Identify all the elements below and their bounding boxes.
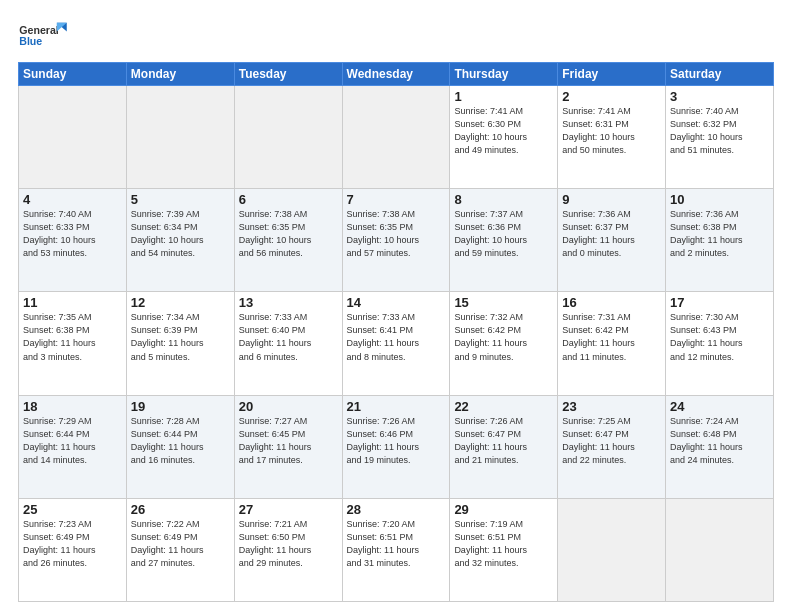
day-number: 29: [454, 502, 553, 517]
day-info: Sunrise: 7:34 AMSunset: 6:39 PMDaylight:…: [131, 311, 230, 363]
calendar-cell: 20Sunrise: 7:27 AMSunset: 6:45 PMDayligh…: [234, 395, 342, 498]
calendar-cell: [19, 86, 127, 189]
day-info: Sunrise: 7:29 AMSunset: 6:44 PMDaylight:…: [23, 415, 122, 467]
calendar-cell: 17Sunrise: 7:30 AMSunset: 6:43 PMDayligh…: [666, 292, 774, 395]
day-number: 25: [23, 502, 122, 517]
calendar-week-1: 1Sunrise: 7:41 AMSunset: 6:30 PMDaylight…: [19, 86, 774, 189]
day-number: 28: [347, 502, 446, 517]
weekday-header-sunday: Sunday: [19, 63, 127, 86]
svg-text:Blue: Blue: [19, 35, 42, 47]
day-info: Sunrise: 7:22 AMSunset: 6:49 PMDaylight:…: [131, 518, 230, 570]
calendar-cell: 28Sunrise: 7:20 AMSunset: 6:51 PMDayligh…: [342, 498, 450, 601]
day-info: Sunrise: 7:36 AMSunset: 6:38 PMDaylight:…: [670, 208, 769, 260]
day-info: Sunrise: 7:26 AMSunset: 6:46 PMDaylight:…: [347, 415, 446, 467]
calendar-cell: 12Sunrise: 7:34 AMSunset: 6:39 PMDayligh…: [126, 292, 234, 395]
day-number: 11: [23, 295, 122, 310]
day-number: 18: [23, 399, 122, 414]
day-info: Sunrise: 7:25 AMSunset: 6:47 PMDaylight:…: [562, 415, 661, 467]
day-number: 22: [454, 399, 553, 414]
calendar-cell: 25Sunrise: 7:23 AMSunset: 6:49 PMDayligh…: [19, 498, 127, 601]
page: General Blue SundayMondayTuesdayWednesda…: [0, 0, 792, 612]
day-number: 6: [239, 192, 338, 207]
calendar-cell: 15Sunrise: 7:32 AMSunset: 6:42 PMDayligh…: [450, 292, 558, 395]
weekday-header-tuesday: Tuesday: [234, 63, 342, 86]
day-info: Sunrise: 7:23 AMSunset: 6:49 PMDaylight:…: [23, 518, 122, 570]
calendar-cell: 1Sunrise: 7:41 AMSunset: 6:30 PMDaylight…: [450, 86, 558, 189]
day-info: Sunrise: 7:26 AMSunset: 6:47 PMDaylight:…: [454, 415, 553, 467]
day-info: Sunrise: 7:28 AMSunset: 6:44 PMDaylight:…: [131, 415, 230, 467]
weekday-header-saturday: Saturday: [666, 63, 774, 86]
calendar-cell: 9Sunrise: 7:36 AMSunset: 6:37 PMDaylight…: [558, 189, 666, 292]
day-info: Sunrise: 7:19 AMSunset: 6:51 PMDaylight:…: [454, 518, 553, 570]
day-info: Sunrise: 7:27 AMSunset: 6:45 PMDaylight:…: [239, 415, 338, 467]
weekday-header-thursday: Thursday: [450, 63, 558, 86]
calendar-header-row: SundayMondayTuesdayWednesdayThursdayFrid…: [19, 63, 774, 86]
day-info: Sunrise: 7:37 AMSunset: 6:36 PMDaylight:…: [454, 208, 553, 260]
day-info: Sunrise: 7:33 AMSunset: 6:40 PMDaylight:…: [239, 311, 338, 363]
day-number: 7: [347, 192, 446, 207]
day-number: 26: [131, 502, 230, 517]
day-number: 19: [131, 399, 230, 414]
calendar-week-2: 4Sunrise: 7:40 AMSunset: 6:33 PMDaylight…: [19, 189, 774, 292]
calendar-cell: 2Sunrise: 7:41 AMSunset: 6:31 PMDaylight…: [558, 86, 666, 189]
day-number: 3: [670, 89, 769, 104]
calendar-cell: 19Sunrise: 7:28 AMSunset: 6:44 PMDayligh…: [126, 395, 234, 498]
day-info: Sunrise: 7:38 AMSunset: 6:35 PMDaylight:…: [347, 208, 446, 260]
calendar-cell: 13Sunrise: 7:33 AMSunset: 6:40 PMDayligh…: [234, 292, 342, 395]
calendar-cell: 23Sunrise: 7:25 AMSunset: 6:47 PMDayligh…: [558, 395, 666, 498]
calendar-cell: [666, 498, 774, 601]
day-number: 24: [670, 399, 769, 414]
logo: General Blue: [18, 16, 68, 54]
weekday-header-monday: Monday: [126, 63, 234, 86]
calendar-cell: 4Sunrise: 7:40 AMSunset: 6:33 PMDaylight…: [19, 189, 127, 292]
calendar-cell: [558, 498, 666, 601]
calendar-cell: 5Sunrise: 7:39 AMSunset: 6:34 PMDaylight…: [126, 189, 234, 292]
day-info: Sunrise: 7:33 AMSunset: 6:41 PMDaylight:…: [347, 311, 446, 363]
day-info: Sunrise: 7:40 AMSunset: 6:32 PMDaylight:…: [670, 105, 769, 157]
calendar-cell: 26Sunrise: 7:22 AMSunset: 6:49 PMDayligh…: [126, 498, 234, 601]
calendar-cell: 29Sunrise: 7:19 AMSunset: 6:51 PMDayligh…: [450, 498, 558, 601]
day-number: 4: [23, 192, 122, 207]
calendar-cell: 6Sunrise: 7:38 AMSunset: 6:35 PMDaylight…: [234, 189, 342, 292]
day-info: Sunrise: 7:41 AMSunset: 6:30 PMDaylight:…: [454, 105, 553, 157]
day-info: Sunrise: 7:24 AMSunset: 6:48 PMDaylight:…: [670, 415, 769, 467]
day-number: 1: [454, 89, 553, 104]
svg-text:General: General: [19, 24, 59, 36]
day-info: Sunrise: 7:35 AMSunset: 6:38 PMDaylight:…: [23, 311, 122, 363]
calendar-week-3: 11Sunrise: 7:35 AMSunset: 6:38 PMDayligh…: [19, 292, 774, 395]
day-number: 21: [347, 399, 446, 414]
day-number: 2: [562, 89, 661, 104]
day-number: 12: [131, 295, 230, 310]
day-info: Sunrise: 7:38 AMSunset: 6:35 PMDaylight:…: [239, 208, 338, 260]
header: General Blue: [18, 16, 774, 54]
calendar-cell: 3Sunrise: 7:40 AMSunset: 6:32 PMDaylight…: [666, 86, 774, 189]
day-number: 10: [670, 192, 769, 207]
day-number: 15: [454, 295, 553, 310]
day-info: Sunrise: 7:21 AMSunset: 6:50 PMDaylight:…: [239, 518, 338, 570]
day-number: 5: [131, 192, 230, 207]
calendar-cell: 21Sunrise: 7:26 AMSunset: 6:46 PMDayligh…: [342, 395, 450, 498]
calendar-cell: 27Sunrise: 7:21 AMSunset: 6:50 PMDayligh…: [234, 498, 342, 601]
day-info: Sunrise: 7:20 AMSunset: 6:51 PMDaylight:…: [347, 518, 446, 570]
calendar-cell: 16Sunrise: 7:31 AMSunset: 6:42 PMDayligh…: [558, 292, 666, 395]
day-number: 13: [239, 295, 338, 310]
weekday-header-friday: Friday: [558, 63, 666, 86]
calendar-week-4: 18Sunrise: 7:29 AMSunset: 6:44 PMDayligh…: [19, 395, 774, 498]
day-info: Sunrise: 7:31 AMSunset: 6:42 PMDaylight:…: [562, 311, 661, 363]
day-info: Sunrise: 7:32 AMSunset: 6:42 PMDaylight:…: [454, 311, 553, 363]
logo-svg: General Blue: [18, 16, 68, 54]
calendar-cell: 14Sunrise: 7:33 AMSunset: 6:41 PMDayligh…: [342, 292, 450, 395]
calendar-cell: 8Sunrise: 7:37 AMSunset: 6:36 PMDaylight…: [450, 189, 558, 292]
calendar-cell: 18Sunrise: 7:29 AMSunset: 6:44 PMDayligh…: [19, 395, 127, 498]
calendar-table: SundayMondayTuesdayWednesdayThursdayFrid…: [18, 62, 774, 602]
calendar-cell: [234, 86, 342, 189]
day-number: 27: [239, 502, 338, 517]
calendar-cell: 22Sunrise: 7:26 AMSunset: 6:47 PMDayligh…: [450, 395, 558, 498]
day-info: Sunrise: 7:36 AMSunset: 6:37 PMDaylight:…: [562, 208, 661, 260]
day-number: 16: [562, 295, 661, 310]
day-number: 9: [562, 192, 661, 207]
weekday-header-wednesday: Wednesday: [342, 63, 450, 86]
calendar-week-5: 25Sunrise: 7:23 AMSunset: 6:49 PMDayligh…: [19, 498, 774, 601]
calendar-cell: 11Sunrise: 7:35 AMSunset: 6:38 PMDayligh…: [19, 292, 127, 395]
day-info: Sunrise: 7:40 AMSunset: 6:33 PMDaylight:…: [23, 208, 122, 260]
